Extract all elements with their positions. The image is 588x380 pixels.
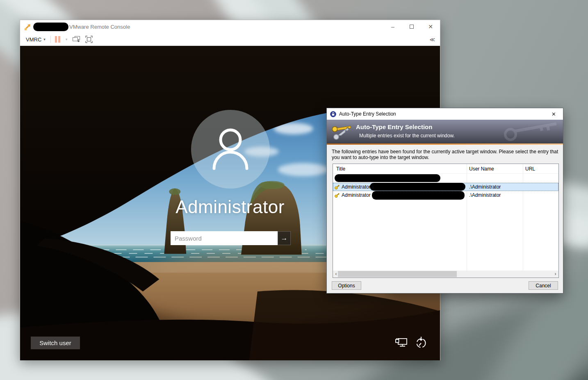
redacted-entry-title bbox=[372, 191, 465, 200]
entry-username: .\Administrator bbox=[467, 184, 523, 190]
column-divider bbox=[467, 164, 467, 271]
key-icon bbox=[334, 192, 340, 198]
send-ctrl-alt-del-button[interactable] bbox=[72, 36, 80, 43]
banner-subtitle: Multiple entries exist for the current w… bbox=[359, 133, 455, 139]
table-row[interactable]: Administrator .\Administrator bbox=[333, 191, 558, 199]
key-watermark-icon bbox=[498, 120, 560, 143]
options-label: Options bbox=[338, 283, 355, 289]
maximize-button[interactable] bbox=[402, 20, 421, 33]
send-ctrl-alt-del-icon bbox=[72, 36, 80, 43]
dialog-instructions: The following entries have been found fo… bbox=[332, 149, 560, 160]
ease-of-access-icon bbox=[415, 336, 428, 349]
chevron-down-icon: ▾ bbox=[43, 37, 46, 41]
network-button[interactable] bbox=[395, 337, 408, 350]
vmrc-menu-label: VMRC bbox=[26, 36, 41, 43]
suspend-dropdown-caret[interactable]: ▾ bbox=[66, 37, 68, 41]
scroll-right-arrow[interactable]: › bbox=[552, 271, 558, 278]
suspend-vm-button[interactable] bbox=[55, 36, 60, 43]
fullscreen-icon bbox=[85, 36, 93, 43]
redacted-entry-title bbox=[370, 183, 465, 191]
fullscreen-button[interactable] bbox=[85, 36, 93, 43]
vmrc-toolbar: VMRC ▾ ▾ ≪ bbox=[20, 33, 440, 46]
submit-password-button[interactable]: → bbox=[278, 231, 291, 245]
close-icon: ✕ bbox=[552, 111, 556, 117]
keepass-autotype-dialog: Auto-Type Entry Selection ✕ Auto-Type En… bbox=[326, 108, 563, 294]
network-icon bbox=[395, 337, 408, 349]
redacted-group-name bbox=[335, 174, 440, 182]
entry-title: Administrator bbox=[342, 184, 371, 190]
switch-user-button[interactable]: Switch user bbox=[31, 337, 80, 349]
ease-of-access-button[interactable] bbox=[415, 336, 428, 350]
group-row[interactable] bbox=[333, 174, 558, 183]
cancel-button[interactable]: Cancel bbox=[529, 281, 558, 290]
maximize-icon bbox=[410, 25, 414, 29]
password-row: → bbox=[171, 231, 291, 245]
arrow-right-icon: → bbox=[281, 234, 288, 242]
vmrc-menu-button[interactable]: VMRC ▾ bbox=[26, 36, 46, 43]
user-avatar bbox=[191, 110, 270, 189]
table-row[interactable]: Administrator .\Administrator bbox=[333, 183, 558, 191]
banner-accent-line bbox=[327, 143, 563, 145]
cancel-label: Cancel bbox=[536, 283, 551, 289]
password-input[interactable] bbox=[171, 231, 278, 245]
dialog-titlebar[interactable]: Auto-Type Entry Selection ✕ bbox=[327, 108, 563, 120]
vmrc-app-icon bbox=[24, 23, 32, 31]
vmware-titlebar[interactable]: VMware Remote Console – ✕ bbox=[20, 20, 440, 33]
banner-title: Auto-Type Entry Selection bbox=[356, 123, 432, 130]
redacted-vm-name bbox=[33, 23, 68, 31]
switch-user-label: Switch user bbox=[39, 339, 71, 346]
dialog-title: Auto-Type Entry Selection bbox=[339, 111, 396, 117]
close-icon: ✕ bbox=[428, 23, 433, 30]
entries-table: Title User Name URL Administrator .\Adm bbox=[333, 164, 559, 278]
options-button[interactable]: Options bbox=[332, 281, 361, 290]
entry-title: Administrator bbox=[342, 192, 371, 198]
minimize-button[interactable]: – bbox=[383, 20, 402, 33]
table-header: Title User Name URL bbox=[333, 164, 558, 174]
desktop: VMware Remote Console – ✕ VMRC ▾ ▾ bbox=[0, 0, 588, 380]
person-icon bbox=[204, 123, 257, 176]
window-title: VMware Remote Console bbox=[69, 24, 130, 30]
dialog-banner: Auto-Type Entry Selection Multiple entri… bbox=[327, 120, 563, 143]
keepass-lock-icon bbox=[330, 111, 336, 117]
keys-icon bbox=[331, 123, 353, 141]
column-header-url[interactable]: URL bbox=[523, 166, 558, 172]
key-icon bbox=[334, 184, 340, 190]
entry-username: .\Administrator bbox=[467, 192, 523, 198]
scrollbar-thumb[interactable] bbox=[338, 271, 457, 277]
column-header-title[interactable]: Title bbox=[333, 166, 467, 172]
close-button[interactable]: ✕ bbox=[421, 20, 440, 33]
toolbar-divider bbox=[50, 36, 51, 43]
column-header-username[interactable]: User Name bbox=[467, 166, 523, 172]
dialog-close-button[interactable]: ✕ bbox=[545, 108, 563, 120]
collapse-toolbar-button[interactable]: ≪ bbox=[429, 36, 434, 43]
minimize-icon: – bbox=[391, 23, 394, 30]
column-divider bbox=[523, 164, 523, 271]
horizontal-scrollbar[interactable]: ‹ › bbox=[333, 271, 558, 278]
